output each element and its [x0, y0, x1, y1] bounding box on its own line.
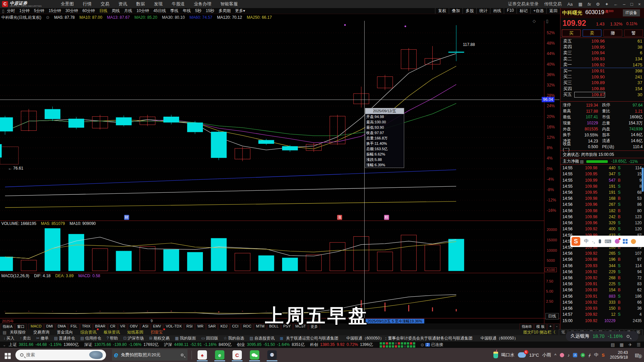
menu-item-交易[interactable]: 交易	[101, 1, 109, 7]
sector-badge[interactable]: IT设备	[623, 9, 640, 16]
tool-+自选[interactable]: +自选	[530, 8, 546, 14]
tab-SAR[interactable]: SAR	[206, 323, 218, 330]
reader-icon[interactable]: A	[573, 353, 577, 357]
sogou-tray-icon[interactable]: S	[602, 353, 605, 358]
tab-WR[interactable]: WR	[195, 323, 205, 330]
toolbtn-撤单[interactable]: ✂撤单	[36, 336, 49, 341]
menu-item-资讯[interactable]: 资讯	[118, 1, 127, 7]
tray-expand-icon[interactable]: ^	[554, 353, 556, 358]
toolbtn-回旧版[interactable]: ▭回旧版	[201, 336, 218, 341]
stock-quote-popup[interactable]: 久远银海 18.70 -1.16%	[566, 331, 638, 341]
network-icon[interactable]: ᚋ	[588, 353, 590, 358]
period-1分钟[interactable]: 1分钟	[19, 8, 30, 14]
mic-icon[interactable]: ♪	[568, 353, 570, 358]
tab-RSI[interactable]: RSI	[184, 323, 195, 330]
tool-画线[interactable]: 画线	[490, 8, 504, 14]
formula-icon[interactable]: fx	[588, 2, 591, 7]
ime-indicator[interactable]: 中	[594, 352, 598, 358]
robot-app-icon[interactable]: ⚉	[266, 349, 278, 361]
tab-CR[interactable]: CR	[108, 323, 117, 330]
f10-sidebar-link[interactable]: 图文F10 侧边栏《	[523, 329, 555, 335]
btn-警[interactable]: 警	[624, 29, 643, 37]
notification-center-icon[interactable]: ▤1	[631, 352, 643, 358]
detail-icon[interactable]: ▤	[580, 159, 584, 164]
tab-VOL-TDX[interactable]: VOL-TDX	[164, 323, 184, 330]
tool-多股[interactable]: 多股	[463, 8, 476, 14]
link-交易查询[interactable]: 交易查询	[33, 329, 49, 335]
bid-row[interactable]: 买二109.90241	[560, 74, 644, 80]
drink-reminder-icon[interactable]	[493, 352, 498, 358]
bid-row[interactable]: 买四109.88154	[560, 86, 644, 92]
period-10分钟[interactable]: 10分钟	[137, 8, 149, 14]
tab-EMV[interactable]: EMV	[151, 323, 163, 330]
period-60分钟[interactable]: 60分钟	[83, 8, 95, 14]
btn-撤[interactable]: 撤	[603, 29, 622, 37]
mic-icon[interactable]	[599, 239, 601, 243]
keyboard-icon[interactable]: ⌨	[605, 239, 611, 244]
period-年线[interactable]: 年线	[183, 8, 191, 14]
index-科创[interactable]: 科创1380.359.920.72%1396亿	[310, 342, 375, 348]
tab-ASI[interactable]: ASI	[141, 323, 151, 330]
toolbtn-帮助[interactable]: ?帮助	[107, 336, 118, 341]
tab-CCI[interactable]: CCI	[230, 323, 240, 330]
period-多周期[interactable]: 多周期	[219, 8, 231, 14]
index-创业[interactable]: 创业3095.85-51.50-1.64%8351亿	[237, 342, 307, 348]
ime-lang-icon[interactable]: 中	[584, 238, 589, 244]
antivirus-icon[interactable]: +	[581, 353, 585, 357]
monitor-icon[interactable]: ▦	[620, 342, 624, 347]
tab-指标A[interactable]: 指标A	[1, 323, 14, 330]
bid-row[interactable]: 买三109.8937	[560, 80, 644, 86]
ime-punct-icon[interactable]: ·,	[592, 239, 595, 244]
tab-VR[interactable]: VR	[118, 323, 127, 330]
tab-窗口[interactable]: 窗口	[15, 323, 26, 330]
font-size-icon[interactable]: Aa	[567, 2, 573, 7]
diamond-icon[interactable]: ◇	[533, 19, 536, 23]
btn-卖[interactable]: 卖	[583, 29, 601, 37]
tab-MTM[interactable]: MTM	[254, 323, 266, 330]
skin-icon[interactable]: ✦	[605, 2, 608, 7]
period-45日线[interactable]: 45日线	[153, 8, 166, 14]
tab-模 板[interactable]: 模 板	[534, 323, 547, 330]
browser-ad-tile[interactable]: e 免费拍照取照片20元	[112, 349, 187, 361]
classic-trade-link[interactable]: 传统交易	[544, 1, 561, 7]
layout-grid-icon[interactable]: ▦	[578, 2, 582, 7]
plane-icon[interactable]: ✈	[628, 342, 632, 347]
ccsc-app-icon[interactable]: C	[231, 349, 244, 361]
toolbtn-买入[interactable]: ↓买入	[3, 336, 14, 341]
scrollbar-thumb[interactable]	[642, 168, 644, 192]
news-ticker[interactable]: 关于联通运营公司与联通集团 中国联通（600050）：董事会审计委员会关于联通财…	[286, 336, 518, 341]
tab-KDJ[interactable]: KDJ	[218, 323, 229, 330]
tab-指标B[interactable]: 指标B	[520, 323, 533, 330]
tab-MACD[interactable]: MACD	[29, 323, 43, 330]
candlestick-chart[interactable]	[0, 21, 544, 221]
toolbtn-自选股资讯[interactable]: ▧自选股资讯	[250, 336, 274, 341]
cards-app-icon[interactable]: ♠	[196, 349, 209, 361]
toolbtn-我的自选[interactable]: ☆我的自选	[223, 336, 244, 341]
toolbtn-普通持仓[interactable]: ▤普通持仓	[54, 336, 75, 341]
close-icon[interactable]: ×	[638, 2, 641, 7]
menu-item-行情[interactable]: 行情	[83, 1, 92, 7]
ask-row[interactable]: 卖五109.9661	[560, 38, 644, 44]
index-深证[interactable]: 深证13075.66-139.80-1.06%17692亿	[84, 342, 161, 348]
menu-item-智能客服[interactable]: 智能客服	[220, 1, 238, 7]
list-icon[interactable]: ☰	[637, 342, 641, 347]
period-label-box[interactable]: 日线	[545, 313, 559, 319]
period-15秒[interactable]: 15秒	[206, 8, 214, 14]
bid-row[interactable]: 买五109.8730	[560, 92, 644, 98]
emoji-icon[interactable]	[631, 239, 636, 244]
ask-row[interactable]: 卖二109.93134	[560, 56, 644, 62]
tool-F10[interactable]: F10	[504, 8, 517, 14]
tray-app-icon[interactable]	[560, 353, 564, 357]
browser-360-icon[interactable]: e	[213, 349, 226, 361]
search-icon[interactable]	[627, 335, 630, 338]
wechat-icon[interactable]	[248, 349, 261, 361]
period-更多▾[interactable]: 更多▾	[235, 8, 245, 14]
toolbtn-卖出[interactable]: ↑卖出	[20, 336, 31, 341]
ask-row[interactable]: 卖一109.921475	[560, 62, 644, 68]
btn-买[interactable]: 买	[562, 29, 581, 37]
tool-统计[interactable]: 统计	[476, 8, 490, 14]
period-30分钟[interactable]: 30分钟	[65, 8, 78, 14]
period-5分钟[interactable]: 5分钟	[34, 8, 44, 14]
bid-row[interactable]: 买一109.91398	[560, 68, 644, 74]
menu-item-业务办理[interactable]: 业务办理	[194, 1, 211, 7]
